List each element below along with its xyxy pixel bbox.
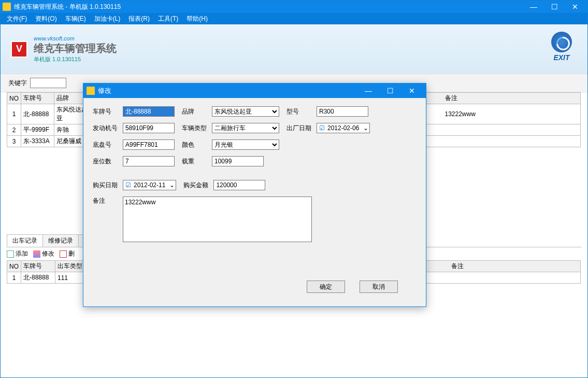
edit-icon <box>33 250 40 258</box>
col-plate: 车牌号 <box>21 93 54 104</box>
col2-remark: 备注 <box>449 261 581 272</box>
check-icon: ☑ <box>123 181 132 189</box>
edit-dialog: 修改 — ☐ ✕ 车牌号 品牌 东风悦达起亚 型号 发动机号 车辆类型 二厢旅行… <box>83 83 426 307</box>
label-model: 型号 <box>286 107 317 116</box>
logo-icon: V <box>11 41 27 58</box>
exit-icon <box>551 32 572 52</box>
window-title: 维克车辆管理系统 - 单机版 1.0.130115 <box>14 3 523 11</box>
seats-input[interactable] <box>123 156 175 166</box>
vtype-select[interactable]: 二厢旅行车 <box>212 123 279 133</box>
label-mfgdate: 出厂日期 <box>286 124 317 133</box>
menu-tools[interactable]: 工具(T) <box>154 13 182 24</box>
label-chassis: 底盘号 <box>93 141 123 149</box>
label-buydate: 购买日期 <box>93 181 123 190</box>
minimize-button[interactable]: — <box>523 1 544 13</box>
label-engine: 发动机号 <box>93 124 123 133</box>
delete-button[interactable]: 删 <box>60 249 75 258</box>
dialog-icon <box>87 87 95 95</box>
col2-plate: 车牌号 <box>21 261 55 272</box>
label-remark: 备注 <box>93 197 123 205</box>
plate-input[interactable] <box>123 106 175 117</box>
chassis-input[interactable] <box>123 139 175 150</box>
keyword-input[interactable] <box>30 78 66 88</box>
menu-help[interactable]: 帮助(H) <box>182 13 212 24</box>
maximize-button[interactable]: ☐ <box>544 1 565 13</box>
menu-data[interactable]: 资料(O) <box>31 13 61 24</box>
menu-vehicle[interactable]: 车辆(E) <box>61 13 90 24</box>
label-plate: 车牌号 <box>93 107 123 116</box>
col2-no: NO <box>7 261 21 272</box>
check-icon: ☑ <box>317 124 325 132</box>
chevron-down-icon: ⌄ <box>167 181 176 189</box>
delete-icon <box>60 250 67 258</box>
label-load: 载重 <box>182 157 212 166</box>
buydate-picker[interactable]: ☑ 2012-02-11 ⌄ <box>123 180 176 190</box>
ok-button[interactable]: 确定 <box>307 281 345 293</box>
menu-fuelcard[interactable]: 加油卡(L) <box>90 13 125 24</box>
cancel-button[interactable]: 取消 <box>360 281 398 293</box>
main-titlebar: 维克车辆管理系统 - 单机版 1.0.130115 — ☐ ✕ <box>1 1 587 13</box>
engine-input[interactable] <box>123 123 175 133</box>
label-color: 颜色 <box>182 141 212 149</box>
menu-file[interactable]: 文件(F) <box>3 13 31 24</box>
header-banner: V www.vksoft.com 维克车辆管理系统 单机版 1.0.130115… <box>1 24 587 74</box>
buydate-value: 2012-02-11 <box>132 181 167 189</box>
edit-button[interactable]: 修改 <box>33 249 54 258</box>
dialog-minimize-button[interactable]: — <box>357 83 379 98</box>
dialog-maximize-button[interactable]: ☐ <box>379 83 401 98</box>
label-seats: 座位数 <box>93 157 123 166</box>
app-title: 维克车辆管理系统 <box>34 41 117 55</box>
remark-textarea[interactable] <box>123 197 312 242</box>
color-select[interactable]: 月光银 <box>212 139 279 150</box>
vendor-url: www.vksoft.com <box>34 35 117 41</box>
app-icon <box>3 3 11 11</box>
add-icon <box>7 250 14 258</box>
label-brand: 品牌 <box>182 107 212 116</box>
buyprice-input[interactable] <box>213 180 265 190</box>
brand-select[interactable]: 东风悦达起亚 <box>212 106 279 117</box>
model-input[interactable] <box>317 106 368 117</box>
label-vtype: 车辆类型 <box>182 124 212 133</box>
exit-button[interactable]: EXIT <box>551 32 572 62</box>
mfgdate-value: 2012-02-06 <box>325 124 361 132</box>
label-buyprice: 购买金额 <box>183 181 213 190</box>
col-no: NO <box>7 93 21 104</box>
col-remark: 备注 <box>443 93 581 104</box>
tab-dispatch[interactable]: 出车记录 <box>7 234 43 247</box>
dialog-close-button[interactable]: ✕ <box>401 83 423 98</box>
dialog-titlebar: 修改 — ☐ ✕ <box>83 83 426 98</box>
add-button[interactable]: 添加 <box>7 249 28 258</box>
tab-repair[interactable]: 维修记录 <box>42 234 79 247</box>
load-input[interactable] <box>212 156 264 166</box>
exit-label: EXIT <box>551 53 572 62</box>
app-version: 单机版 1.0.130115 <box>34 55 117 63</box>
mfgdate-picker[interactable]: ☑ 2012-02-06 ⌄ <box>317 123 370 133</box>
chevron-down-icon: ⌄ <box>361 124 369 132</box>
col2-type: 出车类型 <box>55 261 87 272</box>
menu-report[interactable]: 报表(R) <box>124 13 154 24</box>
keyword-label: 关键字 <box>8 79 27 88</box>
dialog-title: 修改 <box>98 86 357 95</box>
menubar: 文件(F) 资料(O) 车辆(E) 加油卡(L) 报表(R) 工具(T) 帮助(… <box>1 13 587 24</box>
close-button[interactable]: ✕ <box>565 1 585 13</box>
